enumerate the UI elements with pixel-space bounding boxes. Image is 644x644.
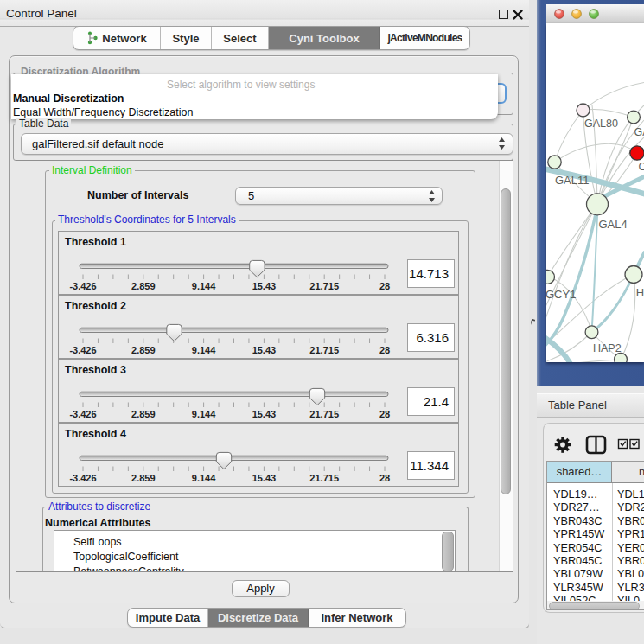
svg-text:GAL4: GAL4 — [599, 218, 628, 231]
svg-text:C: C — [639, 161, 644, 173]
svg-text:GAL11: GAL11 — [555, 174, 590, 187]
svg-text:H: H — [636, 286, 644, 299]
svg-text:GA: GA — [634, 126, 644, 138]
svg-text:GCY1: GCY1 — [546, 288, 576, 301]
svg-text:GAL80: GAL80 — [584, 118, 618, 130]
svg-text:HAP2: HAP2 — [593, 342, 622, 354]
